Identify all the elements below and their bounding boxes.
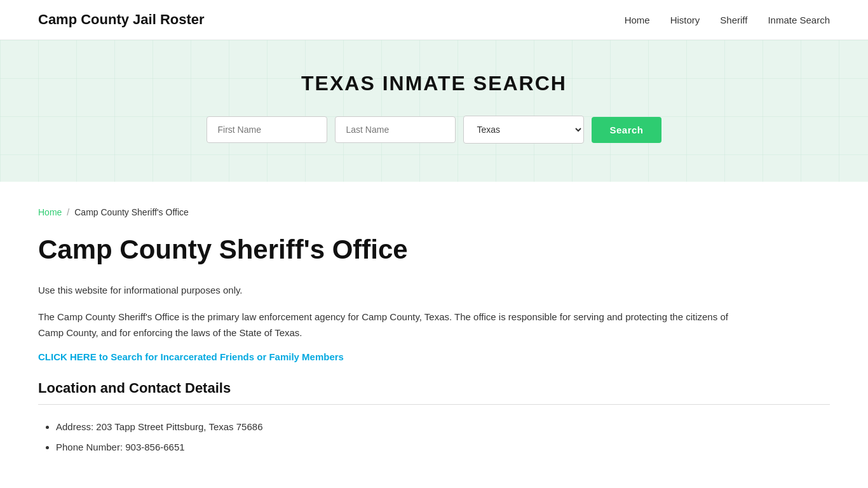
nav-home[interactable]: Home: [625, 15, 650, 25]
last-name-input[interactable]: [335, 116, 456, 143]
first-name-input[interactable]: [207, 116, 327, 143]
hero-banner: TEXAS INMATE SEARCH Texas Alabama Alaska…: [0, 40, 868, 182]
site-title[interactable]: Camp County Jail Roster: [38, 11, 205, 28]
nav-history[interactable]: History: [670, 15, 700, 25]
nav-inmate-search[interactable]: Inmate Search: [768, 15, 830, 25]
search-button[interactable]: Search: [592, 117, 661, 143]
inmate-search-form: Texas Alabama Alaska Arizona Arkansas Ca…: [38, 116, 830, 144]
page-title: Camp County Sheriff's Office: [38, 235, 830, 264]
breadcrumb-home-link[interactable]: Home: [38, 207, 62, 217]
list-item: Phone Number: 903-856-6651: [56, 438, 830, 457]
main-content: Home / Camp County Sheriff's Office Camp…: [0, 182, 868, 488]
breadcrumb: Home / Camp County Sheriff's Office: [38, 207, 830, 217]
hero-title: TEXAS INMATE SEARCH: [38, 72, 830, 95]
incarcerated-search-link[interactable]: CLICK HERE to Search for Incarcerated Fr…: [38, 351, 344, 362]
breadcrumb-separator: /: [67, 207, 69, 217]
contact-list: Address: 203 Tapp Street Pittsburg, Texa…: [38, 417, 830, 457]
location-section-title: Location and Contact Details: [38, 380, 830, 396]
section-divider: [38, 404, 830, 405]
main-nav: Home History Sheriff Inmate Search: [625, 15, 830, 25]
nav-sheriff[interactable]: Sheriff: [720, 15, 747, 25]
description-text: The Camp County Sheriff's Office is the …: [38, 309, 737, 341]
list-item: Address: 203 Tapp Street Pittsburg, Texa…: [56, 417, 830, 437]
intro-text: Use this website for informational purpo…: [38, 282, 737, 299]
breadcrumb-current: Camp County Sheriff's Office: [74, 207, 189, 217]
state-select[interactable]: Texas Alabama Alaska Arizona Arkansas Ca…: [463, 116, 584, 144]
site-header: Camp County Jail Roster Home History She…: [0, 0, 868, 40]
